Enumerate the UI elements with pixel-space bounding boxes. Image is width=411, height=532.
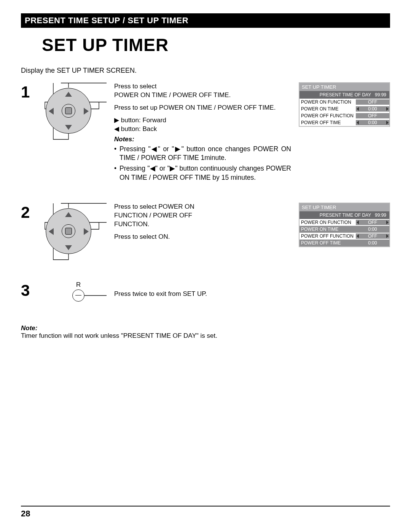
arrow-right-icon bbox=[386, 220, 389, 224]
osd-subheader: PRESENT TIME OF DAY 99:99 bbox=[299, 91, 389, 99]
step2-line2: Press to select ON. bbox=[114, 233, 291, 241]
osd-row: POWER ON FUNCTIONOFF bbox=[299, 219, 389, 226]
step1-line1: Press to select bbox=[114, 83, 157, 90]
intro-text: Display the SET UP TIMER SCREEN. bbox=[21, 67, 390, 75]
arrow-right-icon bbox=[386, 107, 389, 111]
osd-row: POWER OFF FUNCTIONOFF bbox=[299, 233, 389, 240]
osd-row: POWER ON TIME0:00 bbox=[299, 105, 389, 112]
footer-note-text: Timer function will not work unless "PRE… bbox=[21, 332, 217, 339]
step1-forward: ▶ button: Forward bbox=[114, 117, 166, 124]
dpad-diagram bbox=[42, 82, 107, 141]
arrow-left-icon bbox=[357, 234, 359, 238]
arrow-right-icon bbox=[386, 234, 389, 238]
osd-row-value: OFF bbox=[356, 220, 389, 225]
page-footer: 28 bbox=[21, 506, 390, 519]
osd-row-value: 0:00 bbox=[356, 240, 389, 246]
osd-row-label: POWER ON TIME bbox=[299, 106, 356, 112]
dpad-center-button bbox=[62, 104, 75, 118]
osd-menu-2: SET UP TIMER PRESENT TIME OF DAY 99:99 P… bbox=[299, 203, 390, 247]
osd-title: SET UP TIMER bbox=[299, 83, 389, 91]
dpad-right-icon bbox=[84, 108, 89, 115]
step3-line1: Press twice to exit from SET UP. bbox=[114, 290, 291, 299]
osd-row-label: POWER OFF FUNCTION bbox=[299, 113, 356, 118]
osd-row-label: POWER OFF TIME bbox=[299, 120, 356, 125]
osd-row-label: POWER OFF FUNCTION bbox=[299, 233, 356, 239]
osd-row-label: POWER ON FUNCTION bbox=[299, 99, 356, 105]
page-title: SET UP TIMER bbox=[42, 35, 390, 55]
osd-subheader: PRESENT TIME OF DAY 99:99 bbox=[299, 211, 389, 219]
dpad-up-icon bbox=[65, 212, 72, 217]
step1-line2: POWER ON TIME / POWER OFF TIME. bbox=[114, 91, 231, 99]
osd-row: POWER OFF TIME0:00 bbox=[299, 119, 389, 126]
osd-row-value: 0:00 bbox=[356, 227, 389, 232]
osd-row: POWER ON FUNCTIONOFF bbox=[299, 99, 389, 105]
step1-back: ◀ button: Back bbox=[114, 125, 157, 133]
note-item: Pressing "◀" or "▶" button once changes … bbox=[114, 145, 291, 163]
notes-list: Pressing "◀" or "▶" button once changes … bbox=[114, 145, 291, 182]
arrow-right-icon bbox=[386, 121, 389, 125]
step-number: 2 bbox=[21, 203, 34, 220]
dpad-diagram bbox=[42, 203, 107, 262]
footer-note: Note: Timer function will not work unles… bbox=[21, 324, 390, 340]
osd-row-value: OFF bbox=[356, 233, 389, 239]
page-number: 28 bbox=[21, 509, 390, 519]
osd-row: POWER OFF FUNCTIONOFF bbox=[299, 112, 389, 119]
footer-note-label: Note: bbox=[21, 324, 37, 332]
osd-row-label: POWER OFF TIME bbox=[299, 240, 356, 246]
dpad-down-icon bbox=[65, 245, 72, 250]
arrow-left-icon bbox=[357, 121, 359, 125]
step-1: 1 Press to select POWER ON TIME bbox=[21, 82, 390, 184]
dpad-right-icon bbox=[84, 228, 89, 235]
step1-line3: Press to set up POWER ON TIME / POWER OF… bbox=[114, 104, 291, 112]
step-2: 2 Press to select POWER ON FUNCTION / PO… bbox=[21, 203, 390, 262]
arrow-left-icon bbox=[357, 220, 359, 224]
osd-row: POWER ON TIME0:00 bbox=[299, 226, 389, 233]
osd-row-label: POWER ON FUNCTION bbox=[299, 220, 356, 225]
dpad-left-icon bbox=[49, 108, 54, 115]
notes-label: Notes: bbox=[114, 135, 291, 144]
osd-row-label: POWER ON TIME bbox=[299, 227, 356, 232]
step-number: 3 bbox=[21, 281, 34, 299]
osd-row-value: OFF bbox=[356, 99, 389, 105]
step-number: 1 bbox=[21, 82, 34, 100]
r-button-diagram: R bbox=[42, 283, 107, 305]
osd-row-value: OFF bbox=[356, 113, 389, 118]
osd-title: SET UP TIMER bbox=[299, 203, 389, 211]
osd-row-value: 0:00 bbox=[356, 120, 389, 125]
page-header-band: PRESENT TIME SETUP / SET UP TIMER bbox=[21, 13, 390, 28]
dpad-up-icon bbox=[65, 92, 72, 97]
step-3: 3 R Press twice to exit from SET UP. bbox=[21, 281, 390, 305]
step2-line1: Press to select POWER ON FUNCTION / POWE… bbox=[114, 203, 221, 229]
osd-row-value: 0:00 bbox=[356, 106, 389, 112]
note-item: Pressing "◀" or "▶" button continuously … bbox=[114, 164, 291, 182]
arrow-left-icon bbox=[357, 107, 359, 111]
r-label: R bbox=[76, 281, 81, 289]
dpad-center-button bbox=[62, 224, 75, 238]
dpad-left-icon bbox=[49, 228, 54, 235]
osd-menu-1: SET UP TIMER PRESENT TIME OF DAY 99:99 P… bbox=[299, 82, 390, 127]
dpad-down-icon bbox=[65, 125, 72, 130]
osd-row: POWER OFF TIME0:00 bbox=[299, 240, 389, 246]
r-button-icon bbox=[72, 289, 84, 302]
